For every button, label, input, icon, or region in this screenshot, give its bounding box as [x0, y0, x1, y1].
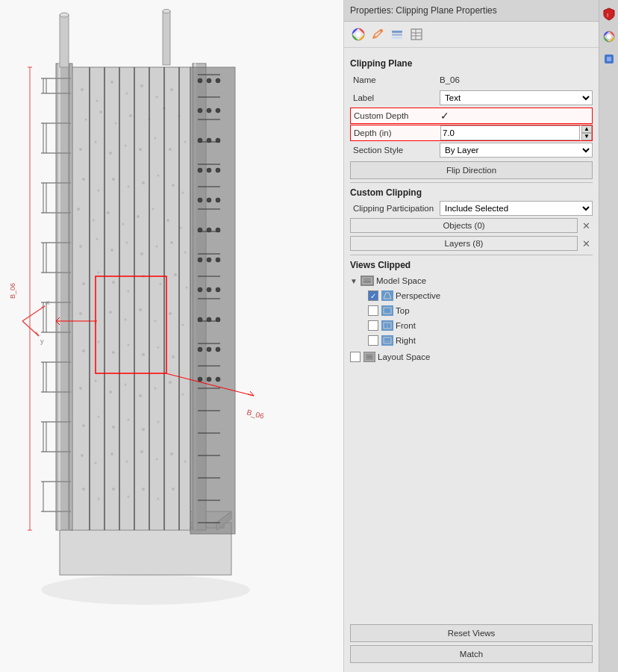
svg-point-204 — [207, 377, 211, 382]
svg-point-103 — [172, 488, 175, 491]
svg-point-180 — [207, 138, 211, 143]
svg-point-41 — [152, 208, 154, 211]
svg-point-40 — [137, 215, 140, 218]
model-space-arrow[interactable]: ▼ — [350, 277, 360, 285]
custom-depth-check-wrap: ✓ — [440, 110, 592, 122]
layers-remove-button[interactable]: ✕ — [579, 236, 593, 251]
right-item: Right — [360, 333, 593, 348]
svg-point-20 — [79, 148, 82, 151]
color-wheel-icon[interactable] — [350, 26, 366, 43]
views-clipped-tree: ▼ Model Space ✓ Perspective — [350, 273, 593, 364]
model-space-icon — [360, 276, 374, 286]
svg-point-30 — [112, 178, 115, 181]
svg-point-75 — [79, 387, 82, 390]
svg-point-185 — [198, 198, 202, 202]
svg-point-24 — [139, 148, 142, 151]
svg-point-80 — [154, 388, 157, 390]
section-style-select[interactable]: By Layer Custom — [440, 143, 593, 158]
svg-point-98 — [98, 498, 100, 500]
layers-button[interactable]: Layers (8) — [350, 236, 578, 251]
perspective-item: ✓ Perspective — [360, 288, 593, 303]
svg-point-15 — [115, 122, 117, 125]
pencil-icon[interactable] — [369, 26, 386, 43]
svg-point-186 — [207, 198, 211, 202]
svg-point-0 — [41, 575, 250, 605]
svg-point-63 — [125, 319, 127, 321]
right-checkbox[interactable] — [368, 335, 378, 346]
svg-point-12 — [170, 88, 173, 91]
section-style-select-wrap: By Layer Custom — [440, 143, 593, 158]
clip-participation-select-wrap: Include Selected Exclude Selected None — [440, 201, 593, 216]
front-item: Front — [360, 318, 593, 333]
svg-point-191 — [198, 258, 202, 262]
name-value: B_06 — [440, 75, 593, 84]
color-circle-icon[interactable] — [601, 28, 617, 45]
svg-point-60 — [79, 312, 82, 315]
svg-text:!: ! — [607, 12, 608, 19]
objects-button[interactable]: Objects (0) — [350, 218, 578, 233]
svg-point-25 — [154, 137, 157, 140]
svg-point-85 — [112, 426, 115, 429]
svg-point-83 — [82, 424, 85, 427]
svg-rect-240 — [384, 308, 391, 314]
svg-point-38 — [107, 211, 110, 214]
svg-point-58 — [174, 273, 177, 276]
custom-depth-checkmark[interactable]: ✓ — [440, 110, 449, 122]
front-icon — [381, 320, 393, 331]
top-checkbox[interactable] — [368, 305, 378, 316]
svg-point-92 — [126, 461, 128, 463]
svg-point-110 — [60, 13, 69, 17]
blue-square-icon[interactable] — [601, 51, 617, 67]
svg-point-200 — [198, 347, 202, 352]
svg-point-68 — [82, 349, 85, 352]
svg-point-28 — [82, 178, 85, 181]
svg-rect-109 — [60, 15, 69, 67]
svg-point-201 — [207, 347, 211, 352]
clipping-plane-heading: Clipping Plane — [350, 58, 593, 69]
front-checkbox[interactable] — [368, 320, 378, 331]
svg-point-197 — [198, 317, 202, 322]
svg-point-81 — [169, 381, 172, 384]
flip-direction-button[interactable]: Flip Direction — [350, 161, 593, 179]
divider-1 — [350, 182, 593, 183]
svg-point-249 — [607, 34, 611, 39]
svg-point-70 — [112, 351, 115, 354]
svg-point-32 — [142, 181, 145, 184]
objects-remove-button[interactable]: ✕ — [579, 218, 593, 233]
svg-point-196 — [216, 287, 220, 292]
svg-point-177 — [207, 108, 211, 113]
reset-views-button[interactable]: Reset Views — [350, 624, 593, 642]
side-toolbar: ! — [599, 0, 618, 672]
svg-point-176 — [198, 108, 202, 113]
svg-point-42 — [166, 219, 169, 222]
properties-panel: Properties: Clipping Plane Properties ⚙ — [343, 0, 618, 672]
svg-point-65 — [154, 320, 157, 323]
svg-text:y: y — [40, 337, 44, 345]
svg-point-82 — [182, 393, 184, 396]
layer-icon[interactable] — [389, 26, 405, 43]
svg-point-10 — [140, 84, 143, 87]
table-icon[interactable] — [408, 26, 425, 43]
shield-red-icon[interactable]: ! — [601, 6, 617, 22]
layout-space-checkbox[interactable] — [350, 352, 360, 362]
panel-header: Properties: Clipping Plane Properties ⚙ — [344, 0, 618, 22]
depth-decrement-btn[interactable]: ▼ — [581, 133, 592, 140]
svg-point-183 — [207, 168, 211, 172]
label-row: Label Text None Custom — [350, 90, 593, 106]
svg-point-184 — [216, 168, 220, 172]
label-select[interactable]: Text None Custom — [440, 90, 593, 105]
svg-text:x: x — [46, 299, 50, 306]
svg-point-69 — [98, 341, 100, 343]
svg-point-64 — [139, 308, 142, 311]
svg-point-51 — [184, 252, 187, 254]
clip-participation-select[interactable]: Include Selected Exclude Selected None — [440, 201, 593, 216]
svg-point-22 — [109, 152, 112, 155]
match-button[interactable]: Match — [350, 645, 593, 663]
svg-point-16 — [129, 114, 132, 117]
perspective-checkbox[interactable]: ✓ — [368, 290, 378, 301]
depth-increment-btn[interactable]: ▲ — [581, 125, 592, 133]
depth-input[interactable] — [440, 125, 580, 140]
svg-point-37 — [93, 220, 95, 222]
svg-point-66 — [169, 312, 172, 315]
svg-point-100 — [128, 496, 130, 498]
